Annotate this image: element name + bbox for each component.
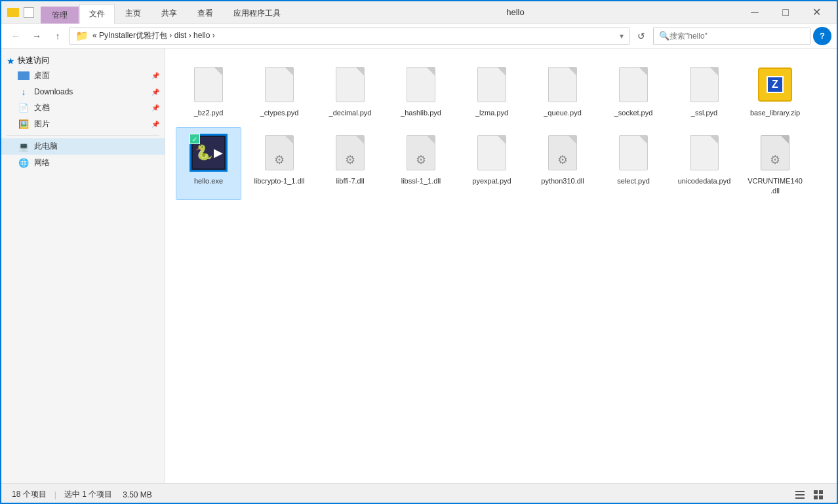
file-icon-base-library: Z — [754, 64, 796, 106]
address-bar[interactable]: 📁 « PyInstaller优雅打包 › dist › hello › ▾ — [70, 28, 629, 45]
file-ssl[interactable]: _ssl.pyd — [671, 59, 737, 122]
sidebar-item-thispc[interactable]: 💻 此电脑 — [1, 138, 165, 155]
tab-home[interactable]: 主页 — [115, 3, 151, 24]
file-area: _bz2.pyd _ctypes.pyd _decimal.pyd — [165, 48, 837, 483]
search-icon: 🔍 — [659, 31, 669, 41]
file-lzma[interactable]: _lzma.pyd — [459, 59, 525, 122]
zip-label: Z — [767, 76, 784, 93]
file-libcrypto[interactable]: ⚙ libcrypto-1_1.dll — [247, 127, 312, 200]
thispc-icon: 💻 — [17, 142, 30, 152]
pictures-icon: 🖼️ — [17, 119, 30, 130]
file-bz2[interactable]: _bz2.pyd — [176, 59, 241, 122]
search-bar[interactable]: 🔍 — [653, 28, 810, 45]
svg-rect-0 — [795, 491, 805, 492]
file-libssl[interactable]: ⚙ libssl-1_1.dll — [388, 127, 454, 200]
download-icon: ↓ — [17, 87, 30, 97]
window-title: hello — [291, 7, 740, 17]
file-label-ctypes: _ctypes.pyd — [260, 108, 299, 117]
forward-button[interactable]: → — [28, 27, 46, 45]
tab-view[interactable]: 查看 — [188, 3, 223, 24]
file-icon-unicodedata — [683, 132, 725, 174]
file-ctypes[interactable]: _ctypes.pyd — [247, 59, 312, 122]
back-button[interactable]: ← — [7, 27, 25, 45]
file-label-python310: python310.dll — [541, 176, 584, 185]
file-label-libffi: libffi-7.dll — [336, 176, 364, 185]
status-bar: 18 个项目 | 选中 1 个项目 3.50 MB — [1, 483, 837, 504]
file-icon-hashlib — [400, 64, 442, 106]
file-base-library[interactable]: Z base_library.zip — [742, 59, 808, 122]
file-icon-ssl — [683, 64, 725, 106]
file-queue[interactable]: _queue.pyd — [530, 59, 595, 122]
file-socket[interactable]: _socket.pyd — [601, 59, 666, 122]
sidebar-divider — [7, 135, 159, 136]
file-vcruntime[interactable]: ⚙ VCRUNTIME140.dll — [742, 127, 808, 200]
restore-button[interactable]: □ — [770, 1, 801, 24]
file-icon-pyexpat — [471, 132, 513, 174]
breadcrumb-icon: 📁 — [75, 29, 89, 42]
file-icon-bz2 — [188, 64, 229, 106]
svg-rect-3 — [814, 490, 818, 494]
file-libffi[interactable]: ⚙ libffi-7.dll — [317, 127, 383, 200]
quick-access-header[interactable]: ★ 快速访问 — [1, 54, 165, 68]
file-label-libssl: libssl-1_1.dll — [401, 176, 441, 185]
large-icons-view-button[interactable] — [810, 487, 826, 503]
file-label-queue: _queue.pyd — [544, 108, 582, 117]
breadcrumb-text: « PyInstaller优雅打包 › dist › hello › — [92, 30, 215, 41]
file-pyexpat[interactable]: pyexpat.pyd — [459, 127, 525, 200]
file-icon-socket — [612, 64, 654, 106]
sidebar-item-network[interactable]: 🌐 网络 — [1, 155, 165, 171]
file-python310[interactable]: ⚙ python310.dll — [530, 127, 595, 200]
close-button[interactable]: ✕ — [801, 1, 831, 24]
file-label-decimal: _decimal.pyd — [329, 108, 372, 117]
exe-check-icon: ✓ — [190, 134, 200, 144]
details-view-button[interactable] — [792, 487, 808, 503]
file-label-pyexpat: pyexpat.pyd — [472, 176, 511, 185]
file-icon-ctypes — [258, 64, 300, 106]
snake-icon: 🐍 — [195, 144, 212, 161]
sidebar-item-downloads[interactable]: ↓ Downloads 📌 — [1, 84, 165, 100]
file-unicodedata[interactable]: unicodedata.pyd — [671, 127, 737, 200]
svg-rect-5 — [814, 495, 818, 499]
file-hello-exe[interactable]: ✓ 🐍 ▶ hello.exe — [176, 127, 241, 200]
status-divider1: | — [54, 490, 56, 499]
up-button[interactable]: ↑ — [49, 27, 67, 45]
sidebar-label-pictures: 图片 — [34, 119, 50, 130]
file-label-lzma: _lzma.pyd — [475, 108, 508, 117]
file-label-libcrypto: libcrypto-1_1.dll — [254, 176, 304, 185]
help-button[interactable]: ? — [813, 27, 831, 45]
exe-icon: ✓ 🐍 ▶ — [190, 134, 228, 172]
file-icon-lzma — [471, 64, 513, 106]
minimize-button[interactable]: ─ — [740, 1, 770, 24]
quick-access-label: 快速访问 — [18, 55, 49, 66]
save-icon — [22, 6, 35, 19]
sidebar-label-downloads: Downloads — [34, 87, 73, 96]
svg-rect-4 — [819, 490, 823, 494]
sidebar-item-desktop[interactable]: 桌面 📌 — [1, 68, 165, 84]
file-label-bz2: _bz2.pyd — [194, 108, 224, 117]
navigation-bar: ← → ↑ 📁 « PyInstaller优雅打包 › dist › hello… — [1, 24, 837, 48]
file-icon-queue — [542, 64, 584, 106]
tab-manage[interactable]: 管理 — [41, 7, 79, 24]
search-input[interactable] — [669, 31, 805, 41]
files-grid: _bz2.pyd _ctypes.pyd _decimal.pyd — [176, 59, 826, 200]
title-bar: 管理 文件 主页 共享 查看 应用程序工具 hello ─ □ ✕ — [1, 1, 837, 24]
file-icon-hello-exe: ✓ 🐍 ▶ — [188, 132, 229, 174]
file-label-vcruntime: VCRUNTIME140.dll — [747, 176, 803, 195]
refresh-button[interactable]: ↺ — [632, 27, 650, 45]
tab-app-tools[interactable]: 应用程序工具 — [224, 3, 290, 24]
main-content: ★ 快速访问 桌面 📌 ↓ Downloads 📌 📄 文档 📌 — [1, 48, 837, 483]
sidebar-item-pictures[interactable]: 🖼️ 图片 📌 — [1, 116, 165, 132]
tab-share[interactable]: 共享 — [151, 3, 187, 24]
sidebar-item-documents[interactable]: 📄 文档 📌 — [1, 100, 165, 116]
file-select[interactable]: select.pyd — [601, 127, 666, 200]
file-hashlib[interactable]: _hashlib.pyd — [388, 59, 454, 122]
network-icon: 🌐 — [17, 158, 30, 168]
file-label-ssl: _ssl.pyd — [691, 108, 717, 117]
file-label-hello-exe: hello.exe — [194, 176, 223, 185]
tab-file[interactable]: 文件 — [79, 4, 115, 24]
sidebar-label-desktop: 桌面 — [34, 70, 50, 81]
file-decimal[interactable]: _decimal.pyd — [317, 59, 383, 122]
zip-icon: Z — [758, 68, 792, 102]
file-icon-libssl: ⚙ — [400, 132, 442, 174]
sidebar: ★ 快速访问 桌面 📌 ↓ Downloads 📌 📄 文档 📌 — [1, 48, 165, 483]
